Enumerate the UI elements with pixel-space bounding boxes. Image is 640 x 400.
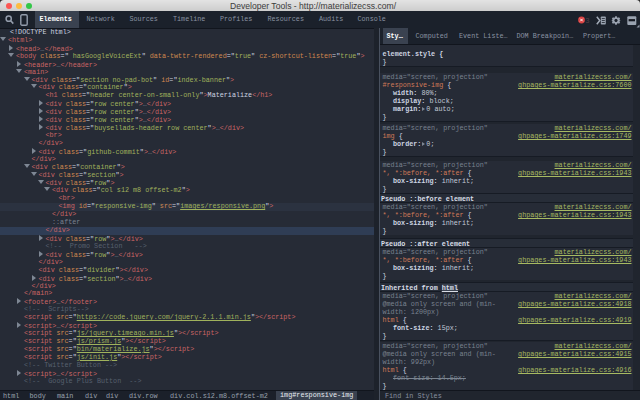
svg-text:3: 3 <box>585 17 589 24</box>
